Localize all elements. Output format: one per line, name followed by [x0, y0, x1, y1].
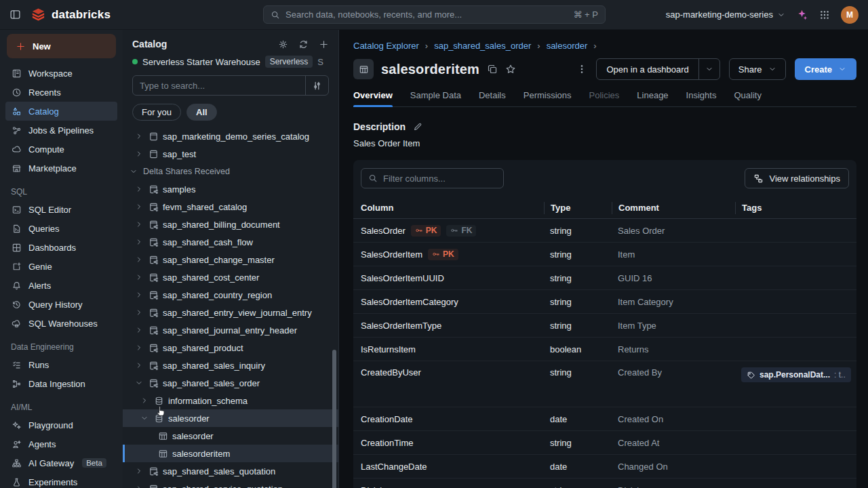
chevron-right-icon[interactable]	[134, 344, 144, 352]
tab-sample-data[interactable]: Sample Data	[410, 90, 461, 106]
dashboard-caret-icon[interactable]	[698, 59, 719, 79]
avatar[interactable]: M	[841, 6, 859, 24]
tree-item-salesorder[interactable]: salesorder	[123, 409, 338, 427]
copy-icon[interactable]	[487, 64, 498, 75]
table-row-creationdate[interactable]: CreationDatedateCreated On	[353, 407, 856, 431]
tree-item-sap-marketing-demo-series-catalog[interactable]: sap_marketing_demo_series_catalog	[123, 127, 338, 145]
sidebar-item-runs[interactable]: Runs	[5, 355, 117, 374]
tab-details[interactable]: Details	[479, 90, 506, 106]
tab-lineage[interactable]: Lineage	[637, 90, 668, 106]
sidebar-item-workspace[interactable]: Workspace	[5, 64, 117, 83]
tree-item-sap-shared-cost-center[interactable]: sap_shared_cost_center	[123, 268, 338, 286]
open-in-dashboard-button[interactable]: Open in a dashboard	[596, 58, 719, 80]
star-icon[interactable]	[505, 64, 516, 75]
tree-item-fevm-shared-catalog[interactable]: fevm_shared_catalog	[123, 198, 338, 216]
table-row-creationtime[interactable]: CreationTimestringCreated At	[353, 431, 856, 455]
tree-item-sap-test[interactable]: sap_test	[123, 145, 338, 163]
sidebar-item-queries[interactable]: Queries	[5, 219, 117, 238]
breadcrumb-link-sap-shared-sales-order[interactable]: sap_shared_sales_order	[434, 41, 531, 51]
tab-permissions[interactable]: Permissions	[524, 90, 572, 106]
chevron-right-icon[interactable]	[134, 220, 144, 228]
chevron-right-icon[interactable]	[134, 150, 144, 158]
sidebar-item-experiments[interactable]: Experiments	[5, 472, 117, 488]
tree-item-sap-shared-service-quotation[interactable]: sap_shared_service_quotation	[123, 480, 338, 488]
chevron-down-icon[interactable]	[139, 414, 150, 422]
sidebar-item-jobs-pipelines[interactable]: Jobs & Pipelines	[5, 121, 117, 140]
sidebar-item-marketplace[interactable]: Marketplace	[5, 159, 117, 178]
sidebar-item-compute[interactable]: Compute	[5, 140, 117, 159]
chevron-right-icon[interactable]	[134, 308, 144, 317]
sidebar-item-data-ingestion[interactable]: Data Ingestion	[5, 374, 117, 393]
catalog-search-input[interactable]: Type to search...	[132, 75, 329, 96]
tab-insights[interactable]: Insights	[686, 90, 717, 106]
table-row-salesorderitemuuid[interactable]: SalesOrderItemUUIDstringGUID 16	[353, 266, 856, 290]
sidebar-item-recents[interactable]: Recents	[5, 83, 117, 102]
tree-item-sap-shared-sales-inquiry[interactable]: sap_shared_sales_inquiry	[123, 357, 338, 374]
refresh-icon[interactable]	[298, 39, 309, 49]
chevron-down-icon[interactable]	[128, 167, 139, 176]
create-button[interactable]: Create	[795, 58, 856, 80]
filter-columns-input[interactable]: Filter columns...	[361, 168, 504, 188]
filter-pill-all[interactable]: All	[186, 104, 217, 121]
sidebar-toggle-icon[interactable]	[9, 9, 21, 20]
chevron-right-icon[interactable]	[134, 203, 144, 211]
tree-item-sap-shared-cash-flow[interactable]: sap_shared_cash_flow	[123, 233, 338, 251]
sidebar-item-alerts[interactable]: Alerts	[5, 276, 117, 295]
table-row-salesorderitem[interactable]: SalesOrderItemPKstringItem	[353, 243, 856, 266]
tree-item-delta-shares-received[interactable]: Delta Shares Received	[123, 163, 338, 180]
tree-item-sap-shared-country-region[interactable]: sap_shared_country_region	[123, 286, 338, 304]
sidebar-item-playground[interactable]: Playground	[5, 415, 117, 434]
tab-quality[interactable]: Quality	[734, 90, 761, 106]
tab-overview[interactable]: Overview	[353, 90, 393, 106]
table-row-createdbyuser[interactable]: CreatedByUserstringCreated Bysap.Persona…	[353, 361, 856, 407]
tag-badge[interactable]: sap.PersonalDat...: t..	[741, 367, 851, 382]
table-row-isreturnsitem[interactable]: IsReturnsItembooleanReturns	[353, 338, 856, 361]
databricks-logo[interactable]: databricks	[31, 7, 111, 22]
chevron-right-icon[interactable]	[139, 396, 150, 405]
tree-item-salesorderitem[interactable]: salesorderitem	[123, 445, 338, 462]
kebab-menu-icon[interactable]	[576, 64, 587, 75]
new-button[interactable]: New	[7, 34, 116, 58]
sidebar-item-genie[interactable]: Genie	[5, 257, 117, 276]
table-row-salesorderitemtype[interactable]: SalesOrderItemTypestringItem Type	[353, 314, 856, 338]
chevron-right-icon[interactable]	[134, 132, 144, 140]
workspace-picker[interactable]: sap-marketing-demo-series	[666, 9, 785, 20]
sidebar-item-sql-warehouses[interactable]: SQL Warehouses	[5, 314, 117, 333]
tree-item-sap-shared-entry-view-journal-entry[interactable]: sap_shared_entry_view_journal_entry	[123, 304, 338, 321]
add-catalog-icon[interactable]	[319, 39, 329, 49]
breadcrumb-link-salesorder[interactable]: salesorder	[547, 41, 588, 51]
chevron-right-icon[interactable]	[134, 185, 144, 193]
tree-item-sap-shared-billing-document[interactable]: sap_shared_billing_document	[123, 216, 338, 233]
sidebar-item-dashboards[interactable]: Dashboards	[5, 238, 117, 257]
tree-item-sap-shared-change-master[interactable]: sap_shared_change_master	[123, 251, 338, 268]
edit-pencil-icon[interactable]	[413, 122, 422, 131]
filter-pill-for-you[interactable]: For you	[132, 104, 181, 121]
breadcrumb-link-catalog-explorer[interactable]: Catalog Explorer	[353, 41, 419, 51]
tree-item-information-schema[interactable]: information_schema	[123, 392, 338, 409]
filter-sliders-icon[interactable]	[305, 76, 328, 95]
tree-item-sap-shared-sales-order[interactable]: sap_shared_sales_order	[123, 374, 338, 392]
global-search-input[interactable]: Search data, notebooks, recents, and mor…	[263, 5, 606, 24]
chevron-right-icon[interactable]	[134, 485, 144, 488]
chevron-right-icon[interactable]	[134, 467, 144, 475]
sidebar-item-query-history[interactable]: Query History	[5, 295, 117, 314]
share-button[interactable]: Share	[729, 58, 786, 80]
view-relationships-button[interactable]: View relationships	[745, 168, 849, 188]
assistant-icon[interactable]	[796, 9, 808, 21]
tree-item-salesorder[interactable]: salesorder	[123, 427, 338, 445]
chevron-down-icon[interactable]	[134, 379, 144, 387]
tree-item-sap-shared-journal-entry-header[interactable]: sap_shared_journal_entry_header	[123, 321, 338, 339]
chevron-right-icon[interactable]	[134, 326, 144, 334]
table-row-division[interactable]: DivisionstringDivision	[353, 479, 856, 488]
sidebar-item-agents[interactable]: Agents	[5, 434, 117, 453]
table-row-lastchangedate[interactable]: LastChangeDatedateChanged On	[353, 455, 856, 479]
chevron-right-icon[interactable]	[134, 273, 144, 281]
chevron-right-icon[interactable]	[134, 291, 144, 299]
apps-grid-icon[interactable]	[819, 9, 830, 20]
tree-item-sap-shared-product[interactable]: sap_shared_product	[123, 339, 338, 357]
tree-item-samples[interactable]: samples	[123, 180, 338, 198]
warehouse-selector[interactable]: Serverless Starter Warehouse Serverless …	[123, 52, 338, 74]
table-row-salesorderitemcategory[interactable]: SalesOrderItemCategorystringItem Categor…	[353, 290, 856, 314]
sidebar-item-catalog[interactable]: Catalog	[5, 102, 117, 121]
chevron-right-icon[interactable]	[134, 238, 144, 246]
